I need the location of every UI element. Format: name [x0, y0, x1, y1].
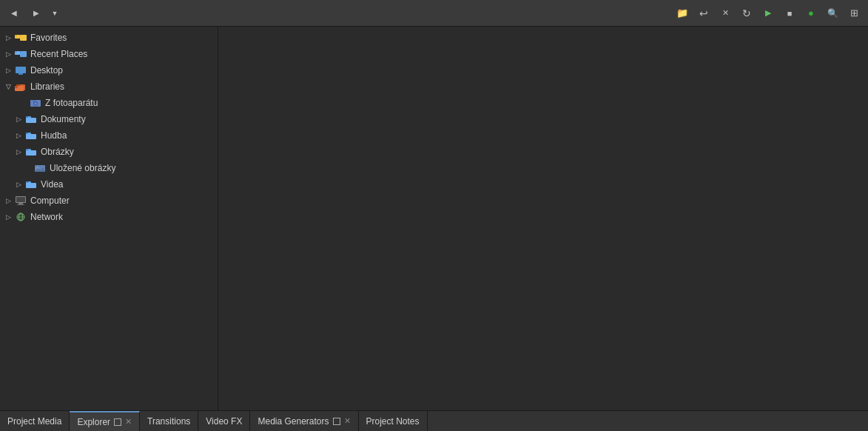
svg-rect-17	[26, 116, 28, 118]
play-button[interactable]: ▶	[758, 4, 778, 22]
svg-rect-11	[15, 86, 18, 88]
tab-transitions[interactable]: Transitions	[140, 411, 198, 431]
network-icon	[14, 211, 27, 223]
svg-rect-15	[33, 100, 36, 101]
tab-explorer-label: Explorer	[77, 417, 110, 427]
expander-computer: ▷	[3, 196, 13, 206]
content-area	[218, 27, 868, 410]
toolbar-right: 📁 ↩ ✕ ↻ ▶ ■ ● 🔍 ⊞	[673, 4, 864, 22]
z-fotoaparatu-label: Z fotoaparátu	[45, 98, 98, 108]
tab-media-generators-icon	[333, 418, 340, 425]
expander-obrazky: ▷	[13, 147, 24, 157]
zoom-button[interactable]: 🔍	[823, 4, 842, 22]
svg-point-14	[35, 103, 37, 105]
svg-rect-30	[26, 183, 36, 188]
refresh-icon: ↻	[742, 7, 751, 19]
tab-explorer[interactable]: Explorer ✕	[70, 411, 140, 431]
tab-project-notes[interactable]: Project Notes	[359, 411, 428, 431]
dokumenty-icon	[24, 113, 38, 125]
expander-dokumenty: ▷	[13, 114, 24, 124]
stop2-icon: ■	[787, 9, 793, 18]
tab-project-media[interactable]: Project Media	[0, 411, 70, 431]
svg-rect-21	[26, 134, 36, 139]
tab-explorer-close[interactable]: ✕	[125, 417, 132, 427]
tree-item-desktop[interactable]: ▷ Desktop	[0, 62, 218, 78]
open-file-button[interactable]: 📁	[673, 4, 692, 22]
play-icon: ▶	[765, 8, 771, 18]
undo-icon: ↩	[699, 7, 708, 19]
view-toggle-button[interactable]: ⊞	[844, 4, 864, 22]
svg-rect-29	[26, 181, 28, 183]
z-fotoaparatu-icon	[29, 97, 42, 109]
tree-item-z-fotoaparatu[interactable]: Z fotoaparátu	[0, 95, 218, 111]
tree-item-network[interactable]: ▷ Network	[0, 209, 218, 225]
videa-label: Videa	[41, 179, 63, 190]
svg-rect-1	[15, 35, 17, 36]
refresh-button[interactable]: ↻	[737, 4, 756, 22]
stop-button[interactable]: ✕	[716, 4, 735, 22]
tree-item-libraries[interactable]: ▽ Libraries	[0, 78, 218, 95]
tab-bar: Project Media Explorer ✕ Transitions Vid…	[0, 410, 868, 431]
tab-video-fx[interactable]: Video FX	[198, 411, 250, 431]
svg-rect-32	[16, 197, 25, 202]
stop2-button[interactable]: ■	[780, 4, 799, 22]
dropdown-button[interactable]: ▼	[49, 4, 61, 22]
expander-hudba: ▷	[13, 130, 24, 141]
tree-item-ulozene-obrazky[interactable]: Uložené obrázky	[0, 160, 218, 176]
zoom-icon: 🔍	[827, 8, 838, 19]
tree-item-recent-places[interactable]: ▷ Recent Places	[0, 46, 218, 62]
network-label: Network	[30, 212, 63, 222]
tree-item-dokumenty[interactable]: ▷ Dokumenty	[0, 111, 218, 127]
favorites-label: Favorites	[30, 33, 67, 43]
file-tree-panel: ▷ Favorites ▷ Recent Places ▷ Desktop ▽	[0, 27, 218, 410]
tab-project-notes-label: Project Notes	[366, 416, 420, 427]
undo-button[interactable]: ↩	[694, 4, 713, 22]
libraries-icon	[14, 81, 27, 93]
tab-explorer-icon	[114, 418, 121, 426]
tab-media-generators[interactable]: Media Generators ✕	[250, 411, 358, 431]
open-icon: 📁	[676, 7, 688, 19]
back-icon: ◀	[11, 9, 17, 17]
svg-rect-18	[26, 118, 36, 123]
recent-places-label: Recent Places	[30, 49, 87, 59]
forward-icon: ▶	[33, 9, 39, 17]
desktop-label: Desktop	[30, 65, 63, 76]
grid-icon: ⊞	[850, 7, 858, 19]
main-area: ▷ Favorites ▷ Recent Places ▷ Desktop ▽	[0, 27, 868, 410]
tree-item-obrazky[interactable]: ▷ Obrázky	[0, 144, 218, 160]
chevron-down-icon: ▼	[52, 10, 58, 17]
computer-label: Computer	[30, 196, 70, 206]
tab-media-generators-close[interactable]: ✕	[344, 416, 351, 426]
svg-rect-20	[26, 133, 28, 134]
svg-rect-33	[18, 203, 23, 204]
svg-rect-7	[18, 73, 23, 75]
tab-project-media-label: Project Media	[7, 416, 61, 427]
tree-item-hudba[interactable]: ▷ Hudba	[0, 127, 218, 144]
tree-item-favorites[interactable]: ▷ Favorites	[0, 30, 218, 46]
svg-rect-34	[17, 204, 24, 205]
expander-favorites: ▷	[3, 33, 13, 43]
videa-icon	[24, 178, 38, 190]
hudba-label: Hudba	[41, 130, 67, 141]
record-button[interactable]: ●	[801, 4, 821, 22]
desktop-icon	[14, 64, 27, 76]
stop-icon: ✕	[722, 8, 729, 18]
obrazky-icon	[24, 146, 38, 158]
expander-recent: ▷	[3, 49, 13, 59]
svg-rect-23	[26, 149, 28, 150]
back-button[interactable]: ◀	[4, 4, 24, 22]
svg-rect-2	[20, 35, 27, 41]
computer-icon	[14, 195, 27, 207]
favorites-icon	[14, 32, 27, 44]
svg-rect-4	[15, 51, 17, 53]
tab-video-fx-label: Video FX	[206, 416, 242, 427]
hudba-icon	[24, 130, 38, 141]
ulozene-obrazky-icon	[33, 162, 47, 174]
expander-network: ▷	[3, 212, 13, 222]
tree-item-videa[interactable]: ▷ Videa	[0, 176, 218, 193]
expander-videa: ▷	[13, 179, 24, 190]
libraries-label: Libraries	[30, 81, 64, 92]
dokumenty-label: Dokumenty	[41, 114, 86, 124]
forward-button[interactable]: ▶	[27, 4, 46, 22]
tree-item-computer[interactable]: ▷ Computer	[0, 193, 218, 209]
